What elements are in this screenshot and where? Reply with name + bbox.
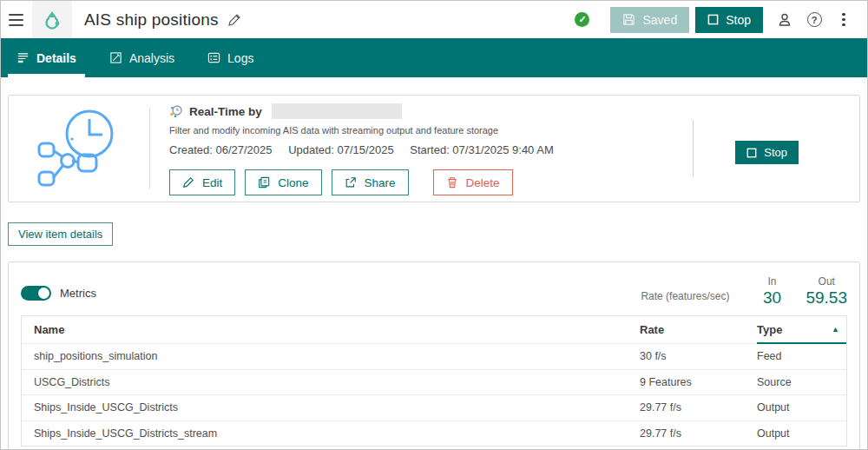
edit-title-icon[interactable] bbox=[227, 13, 241, 27]
table-row[interactable]: Ships_Inside_USCG_Districts 29.77 f/s Ou… bbox=[22, 394, 846, 420]
stop-button-header[interactable]: Stop bbox=[695, 7, 763, 33]
metrics-table-body: ship_positions_simulation 30 f/s Feed US… bbox=[22, 343, 846, 446]
kebab-menu-icon[interactable] bbox=[829, 5, 858, 35]
metrics-table: Name Rate Type ▲ ship_positions_simulati… bbox=[21, 315, 847, 447]
cell-rate: 29.77 f/s bbox=[640, 427, 757, 440]
item-type-label: Real-Time by bbox=[189, 105, 262, 118]
page-title: AIS ship positions bbox=[84, 10, 219, 30]
delete-button-label: Delete bbox=[466, 176, 500, 189]
rate-in-value: 30 bbox=[752, 288, 792, 308]
stop-square-icon bbox=[746, 148, 757, 158]
help-icon[interactable]: ? bbox=[799, 5, 829, 35]
tab-logs[interactable]: Logs bbox=[199, 38, 262, 77]
updated-date: Updated: 07/15/2025 bbox=[288, 143, 393, 156]
cell-rate: 9 Features bbox=[640, 376, 757, 388]
rate-units-label: Rate (features/sec) bbox=[641, 290, 729, 302]
cell-name: ship_positions_simulation bbox=[22, 350, 640, 362]
tab-bar: Details Analysis Logs bbox=[1, 38, 867, 77]
share-icon bbox=[345, 176, 357, 189]
app-logo[interactable] bbox=[32, 1, 72, 38]
cell-name: Ships_Inside_USCG_Districts_stream bbox=[22, 427, 640, 440]
analysis-icon bbox=[109, 51, 122, 64]
stop-button-card[interactable]: Stop bbox=[735, 141, 799, 164]
column-header-type[interactable]: Type ▲ bbox=[757, 317, 846, 344]
stop-card-label: Stop bbox=[764, 146, 787, 159]
logs-icon bbox=[207, 51, 220, 64]
sort-ascending-icon[interactable]: ▲ bbox=[832, 325, 839, 334]
tab-details[interactable]: Details bbox=[8, 38, 85, 77]
created-date: Created: 06/27/2025 bbox=[169, 143, 273, 156]
tab-details-label: Details bbox=[36, 51, 76, 65]
tab-logs-label: Logs bbox=[227, 51, 253, 65]
saved-button-label: Saved bbox=[642, 13, 677, 27]
cell-rate: 30 f/s bbox=[640, 350, 757, 362]
edit-pencil-icon bbox=[182, 176, 194, 189]
column-header-type-label: Type bbox=[757, 323, 782, 336]
rate-in-stat: In 30 bbox=[752, 275, 792, 308]
metrics-panel: Metrics Rate (features/sec) In 30 Out 59… bbox=[8, 261, 860, 450]
stop-square-icon bbox=[707, 14, 719, 25]
velocity-logo-icon bbox=[42, 10, 62, 30]
cell-type: Output bbox=[757, 421, 846, 447]
rate-out-value: 59.53 bbox=[806, 288, 847, 308]
trash-icon bbox=[446, 176, 458, 189]
rate-in-label: In bbox=[752, 275, 792, 288]
view-item-details-button[interactable]: View item details bbox=[8, 222, 113, 246]
delete-button[interactable]: Delete bbox=[433, 169, 513, 195]
realtime-type-icon bbox=[169, 104, 183, 118]
column-header-rate[interactable]: Rate bbox=[640, 323, 757, 336]
cell-type: Feed bbox=[757, 344, 846, 369]
edit-button-label: Edit bbox=[202, 176, 222, 189]
item-detail-card: Real-Time by Filter and modify incoming … bbox=[8, 95, 860, 202]
column-header-name[interactable]: Name bbox=[22, 323, 640, 336]
edit-button[interactable]: Edit bbox=[169, 169, 235, 195]
started-date: Started: 07/31/2025 9:40 AM bbox=[410, 143, 554, 156]
clone-button[interactable]: Clone bbox=[245, 169, 321, 195]
share-button-label: Share bbox=[365, 176, 396, 189]
metrics-toggle-label: Metrics bbox=[60, 287, 96, 300]
rate-out-stat: Out 59.53 bbox=[806, 275, 847, 308]
metrics-toggle[interactable] bbox=[21, 286, 51, 301]
account-icon[interactable] bbox=[770, 5, 799, 35]
tab-analysis[interactable]: Analysis bbox=[101, 38, 183, 77]
cell-name: USCG_Districts bbox=[22, 376, 640, 388]
saved-check-icon: ✓ bbox=[575, 12, 589, 27]
cell-name: Ships_Inside_USCG_Districts bbox=[22, 401, 640, 414]
rate-out-label: Out bbox=[806, 275, 847, 288]
menu-icon[interactable] bbox=[1, 1, 30, 38]
details-icon bbox=[16, 51, 30, 64]
app-header: AIS ship positions ✓ Saved Stop ? bbox=[1, 1, 867, 38]
table-row[interactable]: ship_positions_simulation 30 f/s Feed bbox=[22, 343, 846, 369]
clone-icon bbox=[258, 176, 270, 189]
cell-type: Output bbox=[757, 395, 846, 420]
item-description: Filter and modify incoming AIS data with… bbox=[169, 125, 567, 136]
metrics-table-header: Name Rate Type ▲ bbox=[22, 316, 846, 343]
card-right-divider bbox=[693, 120, 694, 177]
cell-type: Source bbox=[757, 370, 846, 395]
stop-button-label: Stop bbox=[726, 13, 751, 27]
clone-button-label: Clone bbox=[278, 176, 308, 189]
item-dates: Created: 06/27/2025 Updated: 07/15/2025 … bbox=[169, 143, 567, 156]
cell-rate: 29.77 f/s bbox=[640, 401, 757, 414]
saved-button[interactable]: Saved bbox=[610, 7, 689, 33]
realtime-diagram-icon bbox=[9, 105, 149, 192]
share-button[interactable]: Share bbox=[332, 169, 409, 195]
tab-analysis-label: Analysis bbox=[129, 51, 174, 65]
table-row[interactable]: Ships_Inside_USCG_Districts_stream 29.77… bbox=[22, 420, 846, 447]
table-row[interactable]: USCG_Districts 9 Features Source bbox=[22, 369, 846, 395]
save-icon bbox=[622, 13, 635, 26]
author-redacted bbox=[272, 103, 402, 119]
